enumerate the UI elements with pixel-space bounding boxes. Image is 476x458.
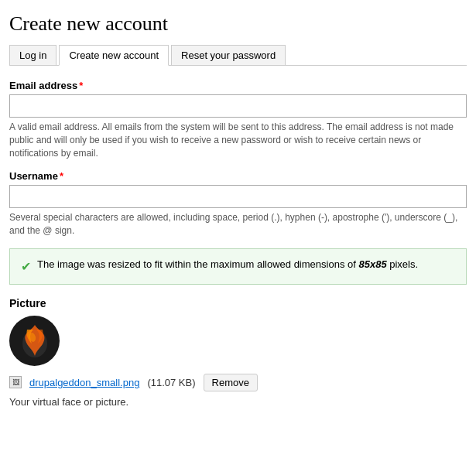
tab-create-account[interactable]: Create new account [59, 45, 169, 66]
file-size: (11.07 KB) [147, 377, 195, 388]
username-input[interactable] [9, 185, 467, 208]
email-section: Email address* A valid email address. Al… [9, 80, 467, 159]
email-label: Email address* [9, 80, 467, 91]
file-icon: 🖼 [9, 376, 22, 388]
tabs-container: Log in Create new account Reset your pas… [9, 45, 467, 66]
username-label: Username* [9, 170, 467, 182]
username-section: Username* Several special characters are… [9, 170, 467, 238]
username-required: * [60, 170, 63, 182]
remove-button[interactable]: Remove [204, 374, 258, 391]
page-title: Create new account [9, 12, 467, 36]
picture-hint: Your virtual face or picture. [9, 396, 467, 408]
avatar [9, 316, 60, 366]
checkmark-icon: ✔ [21, 258, 31, 276]
resize-alert: ✔ The image was resized to fit within th… [9, 248, 467, 285]
avatar-image [12, 317, 58, 364]
tab-reset-password[interactable]: Reset your password [171, 45, 286, 66]
email-input[interactable] [9, 94, 467, 118]
email-required: * [79, 80, 83, 91]
tab-login[interactable]: Log in [9, 45, 57, 66]
username-hint: Several special characters are allowed, … [9, 211, 467, 238]
alert-message: The image was resized to fit within the … [37, 257, 418, 272]
picture-label: Picture [9, 297, 467, 309]
file-link[interactable]: drupalgeddon_small.png [29, 377, 139, 388]
file-row: 🖼 drupalgeddon_small.png (11.07 KB) Remo… [9, 374, 467, 391]
picture-section: Picture 🖼 drupalgeddon_small.png (11.07 … [9, 297, 467, 408]
email-hint: A valid email address. All emails from t… [9, 121, 467, 159]
